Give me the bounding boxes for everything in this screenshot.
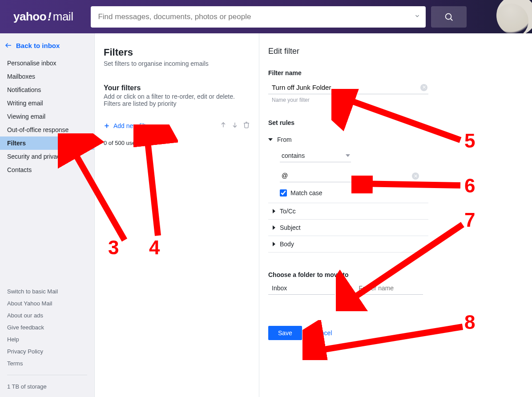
sidebar-item-personalise[interactable]: Personalise inbox [0,56,94,70]
link-privacy-policy[interactable]: Privacy Policy [7,345,87,357]
search-wrapper [91,6,467,28]
folder-select[interactable]: Inbox [268,283,335,295]
chevron-down-icon[interactable] [414,13,420,20]
rule-body-toggle[interactable]: Body [268,236,428,252]
filter-name-input[interactable] [268,81,428,94]
cancel-label: Cancel [313,329,332,337]
sidebar-item-label: Notifications [7,86,41,93]
sidebar-item-label: Mailboxes [7,73,35,80]
filter-tools [220,121,250,130]
back-to-inbox-link[interactable]: Back to inbox [0,33,94,56]
rule-from: From contains ✕ Match case [268,132,519,203]
set-rules-section: Set rules From contains ✕ [268,119,519,253]
your-filters-subtitle: Add or click on a filter to re-order, ed… [104,93,250,107]
from-value-wrapper: ✕ [280,170,420,182]
filter-name-label: Filter name [268,69,519,76]
rule-to-cc-label: To/Cc [280,208,296,215]
settings-nav: Personalise inbox Mailboxes Notification… [0,56,94,176]
add-filter-row: Add new filters [104,121,250,130]
match-case-checkbox[interactable] [280,189,287,196]
link-label: Privacy Policy [7,348,43,355]
sidebar-item-label: Security and privacy [7,153,63,160]
logo-mail: mail [53,10,73,24]
link-give-feedback[interactable]: Give feedback [7,321,87,333]
clear-icon[interactable]: ✕ [420,84,427,91]
filters-used-count: 0 of 500 used [104,140,250,146]
search-icon [444,12,454,22]
choose-folder-section: Choose a folder to move to Inbox or [268,271,519,295]
link-terms[interactable]: Terms [7,357,87,369]
sidebar-item-mailboxes[interactable]: Mailboxes [0,70,94,83]
sidebar-item-contacts[interactable]: Contacts [0,163,94,176]
sidebar-item-notifications[interactable]: Notifications [0,83,94,96]
link-label: About our ads [7,312,43,319]
save-button[interactable]: Save [268,326,302,340]
svg-line-1 [451,19,453,20]
rule-subject-label: Subject [280,224,301,231]
rule-to-cc: To/Cc [268,203,428,220]
sidebar-item-out-of-office[interactable]: Out-of-office response [0,123,94,136]
link-about-ads[interactable]: About our ads [7,309,87,321]
move-down-icon[interactable] [231,121,238,130]
link-about-yahoo-mail[interactable]: About Yahoo Mail [7,297,87,309]
rule-body: Body [268,236,428,253]
sidebar-item-label: Filters [7,140,26,147]
sidebar-item-label: Personalise inbox [7,60,56,67]
annotation-number-6: 6 [464,175,475,197]
search-box[interactable] [91,6,426,28]
settings-sidebar: Back to inbox Personalise inbox Mailboxe… [0,33,95,397]
main-area: Back to inbox Personalise inbox Mailboxe… [0,33,532,397]
annotation-number-7: 7 [464,209,475,231]
sidebar-item-writing-email[interactable]: Writing email [0,96,94,110]
cancel-button[interactable]: Cancel [313,329,332,337]
rule-from-label: From [277,136,292,143]
plus-icon [104,123,110,129]
arrow-left-icon [4,41,12,49]
svg-point-0 [446,13,451,19]
filter-name-field-wrapper: ✕ [268,81,428,94]
from-condition-select[interactable]: contains [280,150,351,162]
your-filters-title: Your filters [104,84,250,92]
save-label: Save [278,329,292,337]
choose-folder-label: Choose a folder to move to [268,271,519,278]
rule-subject: Subject [268,220,428,236]
link-label: Terms [7,360,23,367]
link-label: Give feedback [7,324,44,331]
search-button[interactable] [431,6,467,28]
annotation-number-3: 3 [108,237,119,259]
from-condition-value: contains [282,152,305,159]
link-label: Switch to basic Mail [7,288,58,295]
back-to-inbox-label: Back to inbox [16,42,60,49]
rule-from-body: contains ✕ Match case [268,147,428,203]
sidebar-item-viewing-email[interactable]: Viewing email [0,110,94,123]
logo-exclamation: ! [48,10,52,24]
match-case-row[interactable]: Match case [280,189,428,196]
sidebar-item-filters[interactable]: Filters [0,136,94,150]
link-label: About Yahoo Mail [7,300,52,307]
from-value-input[interactable] [280,170,420,182]
match-case-label: Match case [290,189,322,196]
add-new-filters-button[interactable]: Add new filters [104,122,154,129]
sidebar-bottom-links: Switch to basic Mail About Yahoo Mail Ab… [0,285,94,397]
set-rules-label: Set rules [268,119,519,126]
link-switch-basic[interactable]: Switch to basic Mail [7,285,87,297]
link-help[interactable]: Help [7,333,87,345]
sidebar-item-label: Writing email [7,100,43,107]
filters-list-panel: Filters Set filters to organise incoming… [95,33,259,397]
filters-title: Filters [104,47,250,58]
folder-name-input[interactable] [356,283,423,295]
sidebar-item-label: Viewing email [7,113,45,120]
annotation-number-4: 4 [149,237,160,259]
rule-from-toggle[interactable]: From [268,132,519,147]
move-up-icon[interactable] [220,121,227,130]
sidebar-item-label: Out-of-office response [7,126,69,133]
or-label: or [343,285,348,292]
rule-to-cc-toggle[interactable]: To/Cc [268,203,428,219]
search-input[interactable] [98,12,414,21]
filters-subtitle: Set filters to organise incoming emails [104,60,250,67]
clear-icon[interactable]: ✕ [412,172,419,180]
trash-icon[interactable] [243,121,250,130]
filter-actions: Save Cancel [268,326,519,340]
sidebar-item-security[interactable]: Security and privacy [0,150,94,163]
rule-subject-toggle[interactable]: Subject [268,220,428,236]
